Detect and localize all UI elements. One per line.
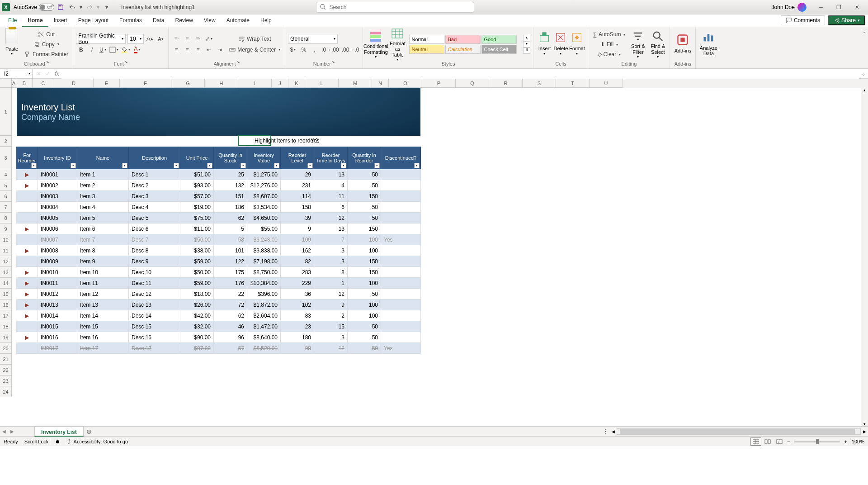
cell-reord[interactable]: 180 [281,332,314,343]
table-header-5[interactable]: Quantity in Stock▾ [214,147,247,169]
style-neutral[interactable]: Neutral [409,45,444,54]
cell-qty[interactable]: 175 [214,267,247,278]
clear-button[interactable]: ◇Clear▾ [591,49,627,59]
table-row[interactable]: IN0015Item 15Desc 15$32.0046$1,472.00231… [16,321,421,332]
enter-formula-icon[interactable]: ✓ [43,71,52,77]
border-button[interactable]: ▾ [108,45,119,55]
style-normal[interactable]: Normal [409,35,444,44]
cell-days[interactable]: 12 [314,213,348,223]
sheet-tab-inventory[interactable]: Inventory List [34,427,84,437]
cell-val[interactable]: $7,198.00 [247,256,281,267]
col-header-M[interactable]: M [339,79,372,88]
cell-desc[interactable]: Desc 16 [129,332,180,343]
cell-reord[interactable]: 229 [281,278,314,289]
cell-qty[interactable]: 25 [214,169,247,180]
table-header-10[interactable]: Discontinued?▾ [381,147,421,169]
filter-icon[interactable]: ▾ [174,163,179,168]
table-header-3[interactable]: Description▾ [129,147,180,169]
cell-name[interactable]: Item 4 [77,202,129,213]
cell-name[interactable]: Item 3 [77,191,129,202]
cell-qre[interactable]: 150 [348,256,381,267]
cell-val[interactable]: $3,534.00 [247,202,281,213]
tab-insert[interactable]: Insert [48,14,73,27]
row-header-11[interactable]: 11 [0,245,12,256]
table-row[interactable]: IN0017Item 17Desc 17$97.0057$5,529.00981… [16,343,421,354]
cell-price[interactable]: $50.00 [180,267,214,278]
col-header-F[interactable]: F [120,79,171,88]
scroll-down-icon[interactable]: ▾ [861,422,868,426]
increase-font-icon[interactable]: A▴ [145,34,155,44]
cell-qty[interactable]: 101 [214,245,247,256]
cell-id[interactable]: IN0002 [38,180,77,191]
add-sheet-icon[interactable]: ⊕ [84,428,94,435]
col-header-N[interactable]: N [372,79,389,88]
styles-scroll-down-icon[interactable]: ▾ [523,41,530,48]
cell-val[interactable]: $1,872.00 [247,300,281,310]
row-header-17[interactable]: 17 [0,310,12,321]
table-row[interactable]: IN0009Item 9Desc 9$59.00122$7,198.008231… [16,256,421,267]
row-header-9[interactable]: 9 [0,223,12,234]
col-header-Q[interactable]: Q [456,79,489,88]
row-header-16[interactable]: 16 [0,300,12,310]
cell-val[interactable]: $8,607.00 [247,191,281,202]
cell-qre[interactable]: 100 [348,245,381,256]
cell-reord[interactable]: 39 [281,213,314,223]
cell-name[interactable]: Item 8 [77,245,129,256]
cell-days[interactable]: 12 [314,343,348,354]
styles-scroll-up-icon[interactable]: ▴ [523,35,530,41]
cell-flag[interactable] [16,234,38,245]
cell-name[interactable]: Item 10 [77,267,129,278]
cell-price[interactable]: $56.00 [180,234,214,245]
cell-flag[interactable]: ▶ [16,169,38,180]
font-name-combo[interactable]: Franklin Gothic Boo▾ [76,34,126,44]
cell-id[interactable]: IN0013 [38,300,77,310]
cell-price[interactable]: $59.00 [180,256,214,267]
cell-val[interactable]: $2,604.00 [247,310,281,321]
cell-id[interactable]: IN0009 [38,256,77,267]
table-row[interactable]: ▶IN0014Item 14Desc 14$42.0062$2,604.0083… [16,310,421,321]
row-header-14[interactable]: 14 [0,278,12,289]
cell-name[interactable]: Item 13 [77,300,129,310]
cell-flag[interactable] [16,343,38,354]
col-header-D[interactable]: D [54,79,94,88]
cell-disc[interactable] [381,169,421,180]
font-color-button[interactable]: A▾ [132,45,142,55]
cell-flag[interactable]: ▶ [16,180,38,191]
cell-desc[interactable]: Desc 9 [129,256,180,267]
italic-button[interactable]: I [87,45,97,55]
wrap-text-button[interactable]: Wrap Text [227,34,282,44]
zoom-out-icon[interactable]: − [787,439,790,444]
conditional-formatting-button[interactable]: Conditional Formatting▾ [366,29,386,59]
cell-id[interactable]: IN0003 [38,191,77,202]
cell-flag[interactable]: ▶ [16,223,38,234]
format-as-table-button[interactable]: Format as Table▾ [387,29,407,59]
cell-desc[interactable]: Desc 17 [129,343,180,354]
cell-price[interactable]: $90.00 [180,332,214,343]
cell-id[interactable]: IN0004 [38,202,77,213]
font-dialog-icon[interactable]: ⬊ [125,60,128,64]
col-header-I[interactable]: I [238,79,272,88]
cell-name[interactable]: Item 6 [77,223,129,234]
table-header-2[interactable]: Name▾ [77,147,129,169]
cell-val[interactable]: $396.00 [247,289,281,300]
zoom-slider-knob[interactable] [816,439,819,444]
cell-val[interactable]: $8,640.00 [247,332,281,343]
cell-disc[interactable] [381,332,421,343]
spreadsheet-grid[interactable]: ABCDEFGHIJKLMNOPQRSTU 123456789101112131… [0,79,868,426]
cell-qre[interactable]: 50 [348,180,381,191]
orientation-icon[interactable]: ⤢▾ [204,34,214,44]
cell-desc[interactable]: Desc 5 [129,213,180,223]
cell-disc[interactable]: Yes [381,343,421,354]
tab-help[interactable]: Help [255,14,277,27]
cell-reord[interactable]: 29 [281,169,314,180]
cell-id[interactable]: IN0005 [38,213,77,223]
cell-price[interactable]: $26.00 [180,300,214,310]
cell-val[interactable]: $8,750.00 [247,267,281,278]
row-header-20[interactable]: 20 [0,343,12,354]
share-button[interactable]: Share ▾ [828,15,865,25]
cell-reord[interactable]: 82 [281,256,314,267]
filter-icon[interactable]: ▾ [71,163,76,168]
close-icon[interactable]: ✕ [848,0,866,14]
cell-qty[interactable]: 22 [214,289,247,300]
col-header-B[interactable]: B [16,79,33,88]
